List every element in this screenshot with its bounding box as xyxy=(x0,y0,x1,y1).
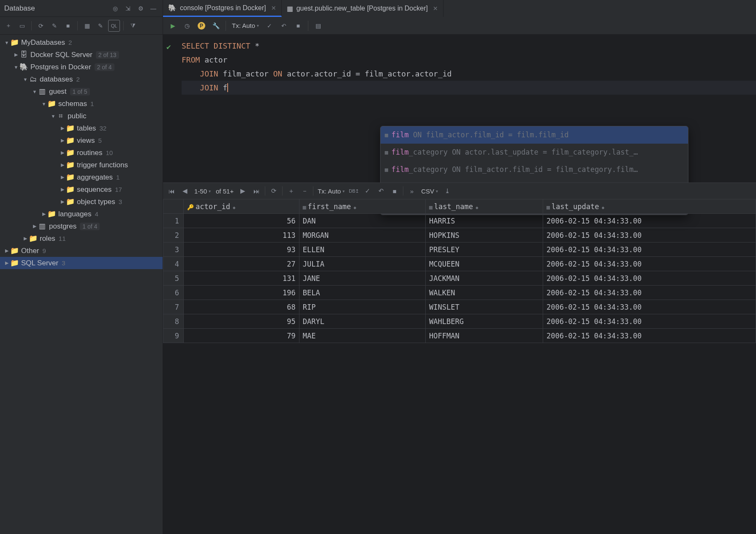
cell[interactable]: 2006-02-15 04:34:33.00 xyxy=(543,214,756,228)
collapse-icon[interactable]: ⇲ xyxy=(123,3,133,14)
cell[interactable]: 2006-02-15 04:34:33.00 xyxy=(543,242,756,257)
table-row[interactable]: 7 68 RIP WINSLET 2006-02-15 04:34:33.00 xyxy=(163,300,756,314)
editor-tab[interactable]: 🐘console [Postgres in Docker]✕ xyxy=(163,0,282,17)
tree-row[interactable]: ▶ 📁 routines 10 xyxy=(0,147,163,159)
close-icon[interactable]: ✕ xyxy=(271,5,276,11)
tree-arrow-icon[interactable]: ▼ xyxy=(3,40,10,45)
tree-row[interactable]: ▶ ▥ postgres 1 of 4 xyxy=(0,220,163,232)
results-grid[interactable]: 🔑actor_id◆▦first_name◆▦last_name◆▦last_u… xyxy=(163,199,756,343)
completion-item[interactable]: ▦film ON film_actor.film_id = film.film_… xyxy=(381,126,688,144)
table-row[interactable]: 2 113 MORGAN HOPKINS 2006-02-15 04:34:33… xyxy=(163,228,756,242)
tree-arrow-icon[interactable]: ▼ xyxy=(41,101,47,106)
column-header[interactable]: ▦first_name◆ xyxy=(299,199,425,214)
cell[interactable]: DARYL xyxy=(299,314,425,329)
tree-arrow-icon[interactable]: ▶ xyxy=(59,125,66,131)
sort-icon[interactable]: ◆ xyxy=(601,205,604,210)
tree-arrow-icon[interactable]: ▼ xyxy=(22,77,29,82)
tree-arrow-icon[interactable]: ▶ xyxy=(31,223,38,229)
table-icon[interactable]: ▦ xyxy=(81,20,93,32)
stop-icon[interactable]: ■ xyxy=(62,20,74,32)
column-header[interactable]: 🔑actor_id◆ xyxy=(184,199,299,214)
table-row[interactable]: 5 131 JANE JACKMAN 2006-02-15 04:34:33.0… xyxy=(163,271,756,286)
tree-row[interactable]: ▶ 📁 sequences 17 xyxy=(0,183,163,196)
copy-ddl-icon[interactable]: ▭ xyxy=(16,20,28,32)
table-row[interactable]: 3 93 ELLEN PRESLEY 2006-02-15 04:34:33.0… xyxy=(163,242,756,257)
cancel-icon[interactable]: ■ xyxy=(388,184,401,198)
next-page-icon[interactable]: ▶ xyxy=(236,184,250,198)
revert-icon[interactable]: ↶ xyxy=(374,184,388,198)
tree-arrow-icon[interactable]: ▶ xyxy=(41,211,47,217)
db-submit-icon[interactable]: DB↥ xyxy=(347,184,361,198)
tree-row[interactable]: ▶ 📁 SQL Server 3 xyxy=(0,257,163,269)
cell[interactable]: PRESLEY xyxy=(426,242,543,257)
tree-arrow-icon[interactable]: ▶ xyxy=(3,248,10,253)
tx-mode-dropdown[interactable]: Tx: Auto ▾ xyxy=(228,22,262,29)
cell[interactable]: JULIA xyxy=(299,257,425,271)
tree-row[interactable]: ▶ 📁 languages 4 xyxy=(0,208,163,220)
tree-row[interactable]: ▶ 📁 aggregates 1 xyxy=(0,171,163,183)
tree-row[interactable]: ▶ 📁 trigger functions xyxy=(0,159,163,171)
tree-row[interactable]: ▼ 🐘 Postgres in Docker 2 of 4 xyxy=(0,61,163,73)
diff-icon[interactable]: ✎ xyxy=(49,20,60,32)
reload-icon[interactable]: ⟳ xyxy=(267,184,280,198)
first-page-icon[interactable]: ⏮ xyxy=(165,184,178,198)
tree-row[interactable]: ▶ 📁 views 5 xyxy=(0,134,163,147)
sort-icon[interactable]: ◆ xyxy=(476,205,479,210)
export-format-dropdown[interactable]: CSV ▾ xyxy=(419,188,441,195)
refresh-icon[interactable]: ⟳ xyxy=(35,20,47,32)
cell[interactable]: MCQUEEN xyxy=(426,257,543,271)
accept-icon[interactable]: ✓ xyxy=(361,184,374,198)
tree-arrow-icon[interactable]: ▼ xyxy=(31,89,38,94)
rollback-icon[interactable]: ↶ xyxy=(277,19,291,33)
cell[interactable]: 2006-02-15 04:34:33.00 xyxy=(543,300,756,314)
add-row-icon[interactable]: ＋ xyxy=(284,184,298,198)
results-tx-dropdown[interactable]: Tx: Auto ▾ xyxy=(315,188,347,195)
completion-item[interactable]: ▦film_category ON actor.last_update = fi… xyxy=(381,144,688,161)
editor-tab[interactable]: ▦guest.public.new_table [Postgres in Doc… xyxy=(282,0,443,17)
tree-row[interactable]: ▼ 📁 MyDatabases 2 xyxy=(0,36,163,49)
table-row[interactable]: 9 79 MAE HOFFMAN 2006-02-15 04:34:33.00 xyxy=(163,329,756,343)
completion-item[interactable]: ▦film_category ON film_actor.film_id = f… xyxy=(381,161,688,178)
prev-page-icon[interactable]: ◀ xyxy=(178,184,192,198)
cell[interactable]: ELLEN xyxy=(299,242,425,257)
tree-row[interactable]: ▼ ⌗ public xyxy=(0,110,163,122)
cell[interactable]: WALKEN xyxy=(426,286,543,300)
table-row[interactable]: 6 196 BELA WALKEN 2006-02-15 04:34:33.00 xyxy=(163,286,756,300)
run-icon[interactable]: ▶ xyxy=(166,19,180,33)
stop-run-icon[interactable]: ■ xyxy=(291,19,305,33)
cell[interactable]: 68 xyxy=(184,300,299,314)
cell[interactable]: JACKMAN xyxy=(426,271,543,286)
minimize-icon[interactable]: — xyxy=(148,3,158,14)
cell[interactable]: 131 xyxy=(184,271,299,286)
tree-row[interactable]: ▼ 📁 schemas 1 xyxy=(0,98,163,110)
tree-arrow-icon[interactable]: ▼ xyxy=(50,114,57,119)
cell[interactable]: HOFFMAN xyxy=(426,329,543,343)
ql-icon[interactable]: QL xyxy=(108,20,120,32)
page-range[interactable]: 1-50 ▾ xyxy=(192,188,213,195)
cell[interactable]: 2006-02-15 04:34:33.00 xyxy=(543,329,756,343)
tree-row[interactable]: ▶ 📁 roles 11 xyxy=(0,232,163,245)
cell[interactable]: WINSLET xyxy=(426,300,543,314)
edit-icon[interactable]: ✎ xyxy=(95,20,106,32)
table-row[interactable]: 4 27 JULIA MCQUEEN 2006-02-15 04:34:33.0… xyxy=(163,257,756,271)
tree-row[interactable]: ▼ 🗂 databases 2 xyxy=(0,73,163,85)
explain-icon[interactable]: P xyxy=(194,19,209,33)
cell[interactable]: 2006-02-15 04:34:33.00 xyxy=(543,286,756,300)
tree-arrow-icon[interactable]: ▶ xyxy=(3,260,10,266)
cell[interactable]: WAHLBERG xyxy=(426,314,543,329)
tree-arrow-icon[interactable]: ▶ xyxy=(59,187,66,192)
tree-arrow-icon[interactable]: ▼ xyxy=(13,65,19,70)
tree-arrow-icon[interactable]: ▶ xyxy=(22,236,29,241)
sort-icon[interactable]: ◆ xyxy=(354,205,356,210)
close-icon[interactable]: ✕ xyxy=(433,5,438,12)
cell[interactable]: 2006-02-15 04:34:33.00 xyxy=(543,257,756,271)
remove-row-icon[interactable]: － xyxy=(298,184,311,198)
cell[interactable]: 93 xyxy=(184,242,299,257)
cell[interactable]: 196 xyxy=(184,286,299,300)
cell[interactable]: 2006-02-15 04:34:33.00 xyxy=(543,314,756,329)
cell[interactable]: HARRIS xyxy=(426,214,543,228)
cell[interactable]: 95 xyxy=(184,314,299,329)
sort-icon[interactable]: ◆ xyxy=(233,205,236,210)
cell[interactable]: 113 xyxy=(184,228,299,242)
gear-icon[interactable]: ⚙ xyxy=(136,3,146,14)
